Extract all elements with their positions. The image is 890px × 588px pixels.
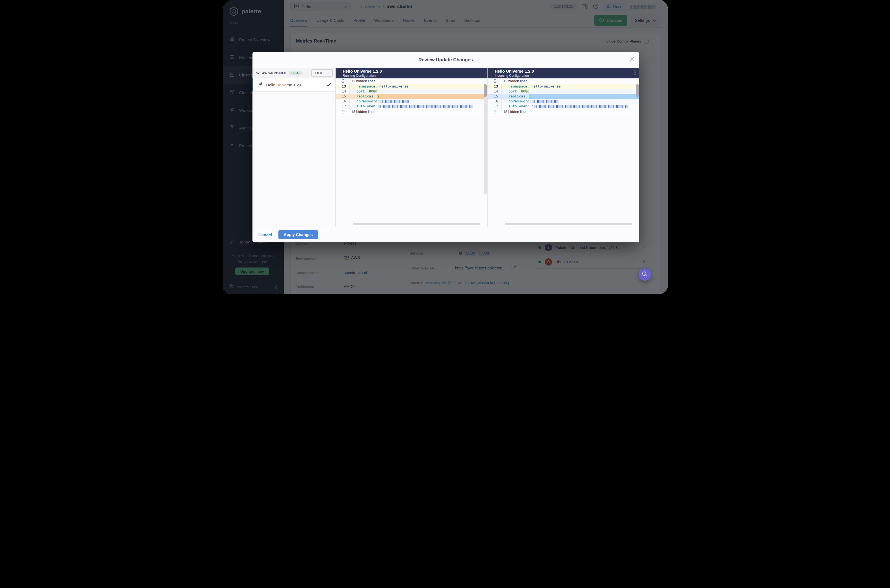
modal-title: Review Update Changes [253, 52, 639, 68]
yaml-value: 8080 [521, 89, 529, 94]
line-number: 17 [487, 104, 501, 109]
expand-lines-icon[interactable] [341, 79, 345, 83]
scope-badge: PROJ [289, 70, 302, 75]
hidden-lines-label: 18 hidden lines [503, 110, 527, 114]
modal-body: AWS-PROFILE PROJ 1.0.0 Hello Universe 1.… [253, 68, 639, 226]
pane-subtitle: Running Configuration [343, 74, 483, 78]
pane-title: Hello Universe 1.2.0 [495, 69, 635, 74]
pane-empty-area [335, 114, 487, 226]
yaml-key: authToken: [508, 104, 529, 109]
yaml-value-changed: 2 [377, 94, 380, 98]
pane-subtitle: Incoming Configuration [495, 74, 635, 78]
yaml-key: dbPassword: [356, 99, 380, 104]
fab-search-icon [641, 271, 648, 279]
horizontal-scrollbar-thumb[interactable] [505, 223, 632, 225]
modal-footer: Cancel Apply Changes [253, 226, 639, 242]
profile-version-value: 1.0.0 [314, 71, 322, 75]
yaml-value: ' [531, 104, 534, 109]
diff-view: Hello Universe 1.2.0 Running Configurati… [335, 68, 639, 226]
apply-changes-button[interactable]: Apply Changes [278, 230, 318, 239]
code-line: 14 port: 8080 [487, 89, 639, 94]
redacted-secret [378, 105, 473, 108]
code-line: 17 authToken: ' [487, 104, 639, 109]
line-number: 14 [335, 89, 349, 94]
vertical-scrollbar-thumb[interactable] [636, 84, 639, 97]
code-line: 16 dbPassword: [335, 99, 487, 104]
line-number: 15 [487, 94, 501, 99]
line-number: 13 [335, 84, 349, 89]
hidden-lines-bottom: 18 hidden lines [487, 109, 639, 114]
chevron-down-icon[interactable] [256, 70, 260, 76]
code-line: 14 port: 8080 [335, 89, 487, 94]
yaml-key: dbPassword: [508, 99, 531, 104]
code-line-changed: 15 replicas: 2 [335, 94, 487, 99]
vertical-scrollbar-thumb[interactable] [484, 84, 487, 97]
hidden-lines-label: 12 hidden lines [351, 79, 375, 83]
pane-empty-area [487, 114, 639, 226]
chevron-down-icon [326, 72, 329, 74]
redacted-secret [380, 100, 409, 103]
yaml-key: port: [508, 89, 519, 94]
support-search-fab[interactable] [639, 268, 651, 281]
yaml-key: namespace: [508, 84, 529, 89]
yaml-key: replicas: [508, 94, 527, 98]
profile-panel-spacer [253, 92, 335, 226]
code-line: 13 namespace: hello-universe [487, 84, 639, 89]
pane-title: Hello Universe 1.2.0 [343, 69, 483, 74]
yaml-key: replicas: [356, 94, 375, 98]
review-update-changes-modal: Review Update Changes AWS-PROFILE PROJ 1… [253, 52, 639, 242]
expand-lines-icon[interactable] [493, 110, 497, 114]
line-number: 17 [335, 104, 349, 109]
profile-group-header: AWS-PROFILE PROJ 1.0.0 [253, 68, 335, 78]
line-number: 16 [335, 99, 349, 104]
line-number: 13 [487, 84, 501, 89]
hidden-lines-bottom: 18 hidden lines [335, 109, 487, 114]
incoming-pane-header: Hello Universe 1.2.0 Incoming Configurat… [487, 68, 639, 78]
profile-list-item[interactable]: Hello Universe 1.2.0 [253, 78, 335, 92]
yaml-key: namespace: [356, 84, 377, 89]
yaml-value: hello-universe [379, 84, 408, 89]
profile-version-select[interactable]: 1.0.0 [311, 69, 332, 77]
yaml-key: port: [356, 89, 367, 94]
hidden-lines-label: 18 hidden lines [351, 110, 375, 114]
profile-item-name: Hello Universe 1.2.0 [266, 83, 302, 87]
expand-lines-icon[interactable] [493, 79, 497, 83]
horizontal-scrollbar-thumb[interactable] [353, 223, 480, 225]
rocket-icon [257, 81, 263, 88]
redacted-secret [532, 100, 558, 103]
redacted-secret [534, 105, 628, 108]
profile-panel: AWS-PROFILE PROJ 1.0.0 Hello Universe 1.… [253, 68, 335, 226]
hidden-lines-top: 12 hidden lines [487, 78, 639, 84]
yaml-value: hello-universe [531, 84, 561, 89]
app-window: palette 4.4.19 Project Overview Profiles… [223, 0, 668, 294]
hidden-lines-label: 12 hidden lines [503, 79, 527, 83]
profile-group-name: AWS-PROFILE [262, 72, 287, 75]
cancel-button[interactable]: Cancel [259, 232, 272, 237]
line-number: 14 [487, 89, 501, 94]
code-line: 16 dbPassword: [487, 99, 639, 104]
code-line: 13 namespace: hello-universe [335, 84, 487, 89]
incoming-configuration-pane: Hello Universe 1.2.0 Incoming Configurat… [487, 68, 639, 226]
close-icon[interactable] [630, 57, 634, 63]
yaml-value-changed: 3 [529, 94, 531, 98]
yaml-key: authToken: [356, 104, 377, 109]
kebab-menu-icon[interactable] [634, 70, 636, 77]
code-line-changed: 15 replicas: 3 [487, 94, 639, 99]
hidden-lines-top: 12 hidden lines [335, 78, 487, 84]
expand-lines-icon[interactable] [341, 110, 345, 114]
line-number: 16 [487, 99, 501, 104]
running-pane-header: Hello Universe 1.2.0 Running Configurati… [335, 68, 487, 78]
yaml-value: 8080 [369, 89, 377, 94]
check-icon [326, 82, 331, 87]
running-configuration-pane: Hello Universe 1.2.0 Running Configurati… [335, 68, 487, 226]
code-line: 17 authToken: [335, 104, 487, 109]
line-number: 15 [335, 94, 349, 99]
vertical-scrollbar-track [484, 84, 487, 195]
